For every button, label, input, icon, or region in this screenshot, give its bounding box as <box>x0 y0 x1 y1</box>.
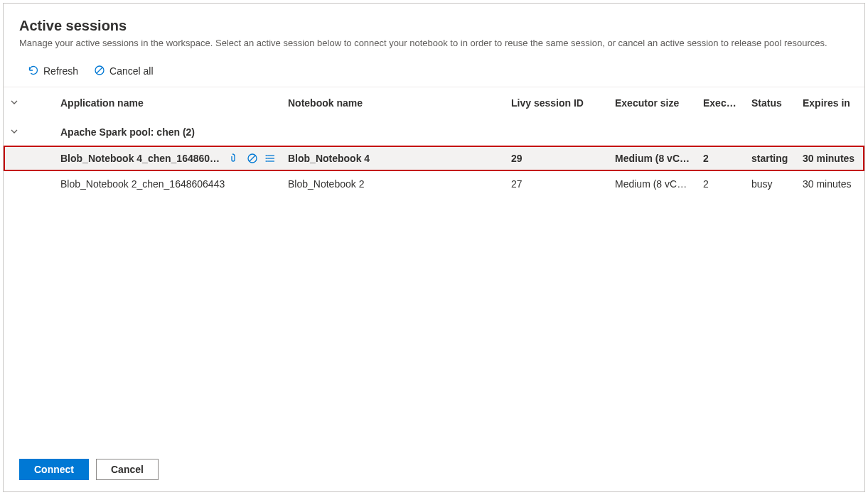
row-actions <box>228 153 277 164</box>
footer: Connect Cancel <box>4 447 864 491</box>
active-sessions-panel: Active sessions Manage your active sessi… <box>3 3 865 492</box>
cancel-all-icon <box>94 65 105 78</box>
page-subtitle: Manage your active sessions in the works… <box>19 37 849 50</box>
cancel-all-label: Cancel all <box>109 65 153 77</box>
table-row[interactable]: Blob_Notebook 2_chen_1648606443 Blob_Not… <box>4 171 864 197</box>
cell-executors: 2 <box>697 171 746 197</box>
cell-executor-size: Medium (8 vCor... <box>609 146 697 171</box>
table-row[interactable]: Blob_Notebook 4_chen_16486065... <box>4 146 864 171</box>
table-header-row: Application name Notebook name Livy sess… <box>4 87 864 119</box>
col-executors[interactable]: Execut... <box>697 87 746 119</box>
group-label: Apache Spark pool: chen (2) <box>55 119 864 146</box>
cancel-all-button[interactable]: Cancel all <box>91 63 156 80</box>
header: Active sessions Manage your active sessi… <box>4 4 864 59</box>
col-expires-in[interactable]: Expires in <box>797 87 864 119</box>
cell-status: busy <box>746 171 797 197</box>
cancel-session-icon[interactable] <box>247 153 258 164</box>
refresh-button[interactable]: Refresh <box>25 63 81 80</box>
details-icon[interactable] <box>265 153 277 164</box>
cell-executors: 2 <box>697 146 746 171</box>
refresh-icon <box>28 65 39 78</box>
refresh-label: Refresh <box>43 65 78 77</box>
cell-expires-in: 30 minutes <box>797 171 864 197</box>
connect-button[interactable]: Connect <box>19 459 89 480</box>
cell-notebook-name: Blob_Notebook 4 <box>282 146 505 171</box>
cell-notebook-name: Blob_Notebook 2 <box>282 171 505 197</box>
svg-line-1 <box>97 67 102 73</box>
svg-point-7 <box>266 155 267 156</box>
page-title: Active sessions <box>19 18 849 34</box>
table-group-row[interactable]: Apache Spark pool: chen (2) <box>4 119 864 146</box>
col-livy-id[interactable]: Livy session ID <box>505 87 609 119</box>
chevron-down-icon <box>9 97 19 107</box>
col-status[interactable]: Status <box>746 87 797 119</box>
chevron-down-icon <box>9 126 19 136</box>
svg-point-9 <box>266 161 267 162</box>
cell-app-name: Blob_Notebook 4_chen_16486065... <box>60 153 223 164</box>
col-app-name[interactable]: Application name <box>55 87 282 119</box>
col-notebook-name[interactable]: Notebook name <box>282 87 505 119</box>
cell-app-name: Blob_Notebook 2_chen_1648606443 <box>55 171 282 197</box>
toolbar: Refresh Cancel all <box>4 59 864 87</box>
col-expand[interactable] <box>4 87 33 119</box>
sessions-table: Application name Notebook name Livy sess… <box>4 87 864 197</box>
attach-icon[interactable] <box>228 153 240 164</box>
cell-expires-in: 30 minutes <box>797 146 864 171</box>
cell-status: starting <box>746 146 797 171</box>
svg-point-8 <box>266 158 267 159</box>
col-executor-size[interactable]: Executor size <box>609 87 697 119</box>
sessions-table-wrap: Application name Notebook name Livy sess… <box>4 87 864 447</box>
cancel-button[interactable]: Cancel <box>96 459 159 480</box>
cell-livy-id: 29 <box>505 146 609 171</box>
cell-executor-size: Medium (8 vCor... <box>609 171 697 197</box>
svg-line-3 <box>250 156 255 161</box>
cell-livy-id: 27 <box>505 171 609 197</box>
